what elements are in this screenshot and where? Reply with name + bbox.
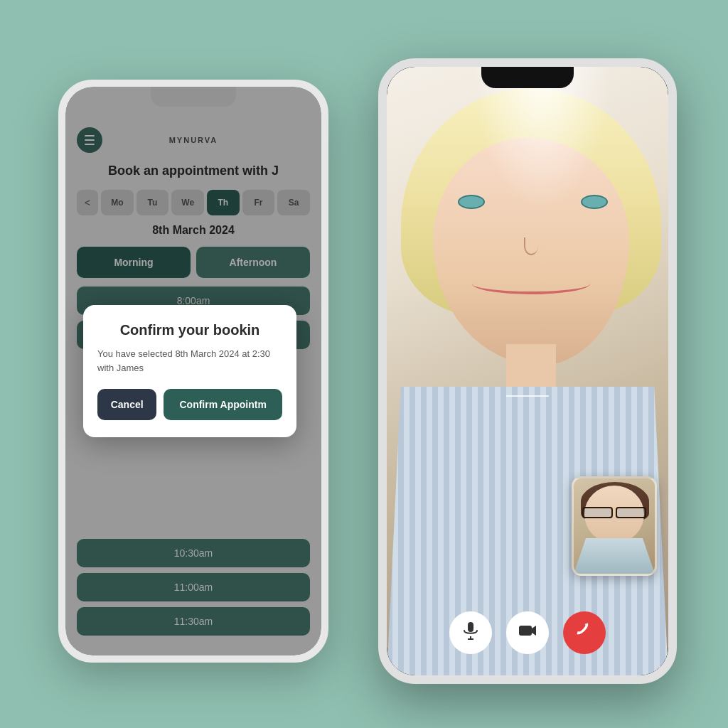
modal-title: Confirm your bookin — [97, 322, 282, 338]
modal-body: You have selected 8th March 2024 at 2:30… — [97, 347, 282, 375]
notch-right — [481, 67, 574, 88]
video-inset — [572, 476, 657, 576]
svg-rect-0 — [468, 622, 473, 632]
call-controls — [387, 611, 668, 654]
nose — [524, 237, 538, 255]
glass-right — [616, 507, 646, 518]
right-phone — [378, 58, 677, 684]
scene: MYNURVA Book an appointment with J < Mo … — [44, 44, 684, 684]
camera-icon — [518, 621, 537, 645]
mouth — [472, 273, 590, 294]
modal-buttons: Cancel Confirm Appointm — [97, 389, 282, 420]
confirm-button[interactable]: Confirm Appointm — [164, 389, 282, 420]
modal-card: Confirm your bookin You have selected 8t… — [83, 305, 296, 437]
video-background — [387, 67, 668, 675]
hangup-icon — [574, 621, 594, 645]
left-phone: MYNURVA Book an appointment with J < Mo … — [58, 80, 328, 663]
glass-left — [582, 507, 613, 518]
inset-shirt — [574, 538, 655, 574]
cancel-button[interactable]: Cancel — [97, 389, 156, 420]
modal-overlay: Confirm your bookin You have selected 8t… — [65, 87, 321, 655]
light-glow — [471, 67, 612, 209]
mic-button[interactable] — [449, 611, 492, 654]
hangup-button[interactable] — [563, 611, 606, 654]
mic-icon — [461, 621, 481, 645]
svg-rect-3 — [519, 626, 532, 636]
inset-glasses — [582, 507, 646, 520]
svg-marker-4 — [532, 626, 536, 636]
necklace — [506, 395, 549, 397]
camera-button[interactable] — [506, 611, 549, 654]
